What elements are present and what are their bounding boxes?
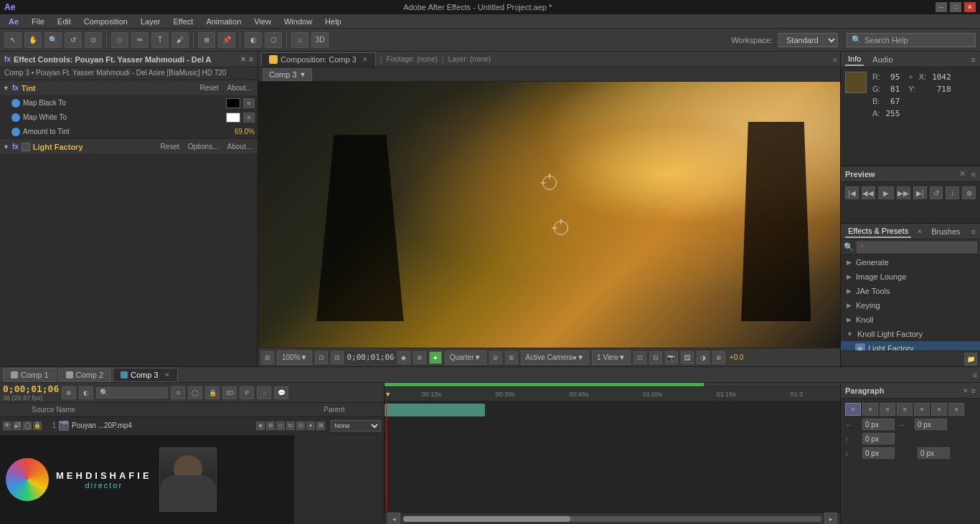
map-black-color-btn[interactable]: ≡ xyxy=(243,98,255,108)
justify-all-btn[interactable]: ≡ xyxy=(948,403,964,416)
quality-select[interactable]: Quarter ▼ xyxy=(445,351,486,365)
indent-left-input[interactable] xyxy=(862,419,895,430)
layer-fx-btn[interactable]: fx xyxy=(286,421,295,430)
tl-keys-btn[interactable]: ⬦ xyxy=(257,386,271,399)
layer-blend-btn[interactable]: ♦ xyxy=(306,421,315,430)
layout2-btn[interactable]: ⊟ xyxy=(649,351,662,364)
goto-start-btn[interactable]: |◀ xyxy=(845,186,859,199)
map-black-swatch[interactable] xyxy=(226,98,240,108)
timeline-tab-comp1[interactable]: Comp 1 xyxy=(3,368,57,382)
fit2-btn[interactable]: ⊟ xyxy=(331,351,344,364)
map-white-color-btn[interactable]: ≡ xyxy=(243,113,255,123)
comp3-tab-close[interactable]: ✕ xyxy=(164,371,170,378)
amount-value[interactable]: 69.0% xyxy=(235,128,255,135)
lf-about-btn[interactable]: About... xyxy=(225,143,255,151)
menu-adobe[interactable]: Ae xyxy=(3,16,24,27)
view-dropdown[interactable]: ▼ xyxy=(577,353,584,361)
composition-tab[interactable]: Composition: Comp 3 ✕ xyxy=(261,52,376,67)
tool-zoom[interactable]: 🔍 xyxy=(44,32,62,48)
tl-lock-btn[interactable]: 🔒 xyxy=(205,386,220,399)
menu-layer[interactable]: Layer xyxy=(135,16,166,27)
tl-scroll-left-btn[interactable]: ◂ xyxy=(387,513,400,525)
paragraph-close-btn[interactable]: ✕ xyxy=(963,387,969,394)
snapshot-btn[interactable]: 📷 xyxy=(665,351,678,364)
tool-camera1[interactable]: ⊙ xyxy=(85,32,102,48)
layer-3d2-btn[interactable]: ⊞ xyxy=(316,421,325,430)
justify-left-btn[interactable]: ≡ xyxy=(897,403,913,416)
justify-center-btn[interactable]: ≡ xyxy=(914,403,930,416)
tl-compose-btn[interactable]: ⊕ xyxy=(62,386,76,399)
viewer-menu-btn[interactable]: ≡ xyxy=(833,56,837,64)
layer-eye-btn[interactable]: 👁 xyxy=(3,421,11,430)
quality-dropdown[interactable]: ▼ xyxy=(474,353,481,361)
tl-parent-btn[interactable]: P xyxy=(240,386,254,399)
tl-3d-btn[interactable]: 3D xyxy=(222,386,237,399)
timeline-timecode[interactable]: 0;00;01;06 xyxy=(3,384,59,394)
tool-select[interactable]: ↖ xyxy=(4,32,22,48)
menu-help[interactable]: Help xyxy=(319,16,347,27)
timeline-menu-btn[interactable]: ≡ xyxy=(973,371,977,379)
pixel-btn[interactable]: ⊞ xyxy=(505,351,518,364)
lf-expand-arrow[interactable]: ▼ xyxy=(3,143,9,151)
tint-reset-btn[interactable]: Reset xyxy=(197,84,221,92)
tl-scroll-right-btn[interactable]: ▸ xyxy=(824,513,837,525)
menu-composition[interactable]: Composition xyxy=(78,16,133,27)
viewer-grid-btn[interactable]: ⊞ xyxy=(261,351,274,364)
effect-controls-menu[interactable]: ≡ xyxy=(249,55,253,63)
close-button[interactable]: ✕ xyxy=(964,2,976,12)
zoom-display[interactable]: 100% ▼ xyxy=(277,351,312,365)
menu-view[interactable]: View xyxy=(248,16,277,27)
tool-roto[interactable]: ◐ xyxy=(245,32,262,48)
play-audio-btn[interactable]: ▶▶ xyxy=(897,186,910,199)
layer-audio-btn[interactable]: 🔊 xyxy=(13,421,22,430)
preview-menu-btn[interactable]: ≡ xyxy=(971,170,976,178)
map-black-stopwatch[interactable] xyxy=(11,99,20,108)
tool-pin[interactable]: 📌 xyxy=(218,32,235,48)
workspace-select[interactable]: Standard All Panels Minimal xyxy=(778,33,838,47)
ep-search-input[interactable] xyxy=(857,242,977,253)
tool-refine[interactable]: ⬡ xyxy=(265,32,282,48)
align-left-btn[interactable]: ≡ xyxy=(845,403,861,416)
lf-enable-checkbox[interactable] xyxy=(22,143,30,151)
lf-reset-btn[interactable]: Reset xyxy=(158,143,182,151)
tint-expand-arrow[interactable]: ▼ xyxy=(3,85,9,92)
map-white-stopwatch[interactable] xyxy=(11,113,20,122)
info-tab[interactable]: Info xyxy=(845,53,864,66)
comp-name-tab[interactable]: Comp 3 ▼ xyxy=(263,68,312,81)
ep-item-light-factory[interactable]: fx Light Factory xyxy=(841,341,980,351)
color-btn[interactable]: ● xyxy=(429,351,442,364)
tint-about-btn[interactable]: About... xyxy=(225,84,255,92)
layer-quality-btn[interactable]: ◇ xyxy=(276,421,285,430)
comp-tab-close[interactable]: ✕ xyxy=(362,56,368,63)
tool-pen[interactable]: ✏ xyxy=(131,32,149,48)
preview-options-btn[interactable]: ⊕ xyxy=(962,186,976,199)
justify-right-btn[interactable]: ≡ xyxy=(931,403,947,416)
transparency-btn[interactable]: ⊘ xyxy=(489,351,502,364)
timeline-clip[interactable] xyxy=(385,404,485,416)
marker-btn[interactable]: ◆ xyxy=(397,351,410,364)
draft-btn[interactable]: ⊕ xyxy=(413,351,426,364)
menu-window[interactable]: Window xyxy=(278,16,318,27)
minimize-button[interactable]: ─ xyxy=(936,2,947,12)
tool-text[interactable]: T xyxy=(151,32,169,48)
tl-layer-mode-btn[interactable]: ≡ xyxy=(171,386,185,399)
3d-btn[interactable]: ⊕ xyxy=(712,351,725,364)
layer-shy-btn[interactable]: ◈ xyxy=(256,421,265,430)
brushes-tab[interactable]: Brushes xyxy=(928,226,963,237)
views-btn[interactable]: 1 View ▼ xyxy=(592,351,631,365)
info-menu-btn[interactable]: ≡ xyxy=(971,55,976,64)
timeline-tab-comp3[interactable]: Comp 3 ✕ xyxy=(113,368,178,382)
layer-parent-select[interactable]: None xyxy=(331,420,381,432)
views-dropdown[interactable]: ▼ xyxy=(618,353,626,361)
space-after-input[interactable] xyxy=(918,447,950,459)
show-snapshot-btn[interactable]: 🖼 xyxy=(681,351,694,364)
paragraph-menu-btn[interactable]: ≡ xyxy=(971,386,976,395)
amount-stopwatch[interactable] xyxy=(11,128,20,136)
preview-close-btn[interactable]: ✕ xyxy=(959,169,966,178)
roto-btn[interactable]: ◑ xyxy=(697,351,710,364)
effects-presets-tab[interactable]: Effects & Presets xyxy=(845,225,911,238)
menu-animation[interactable]: Animation xyxy=(200,16,247,27)
ep-item-keying[interactable]: ▶ Keying xyxy=(841,298,980,313)
layer-solo-btn[interactable]: ◯ xyxy=(23,421,32,430)
goto-end-btn[interactable]: ▶| xyxy=(913,186,927,199)
